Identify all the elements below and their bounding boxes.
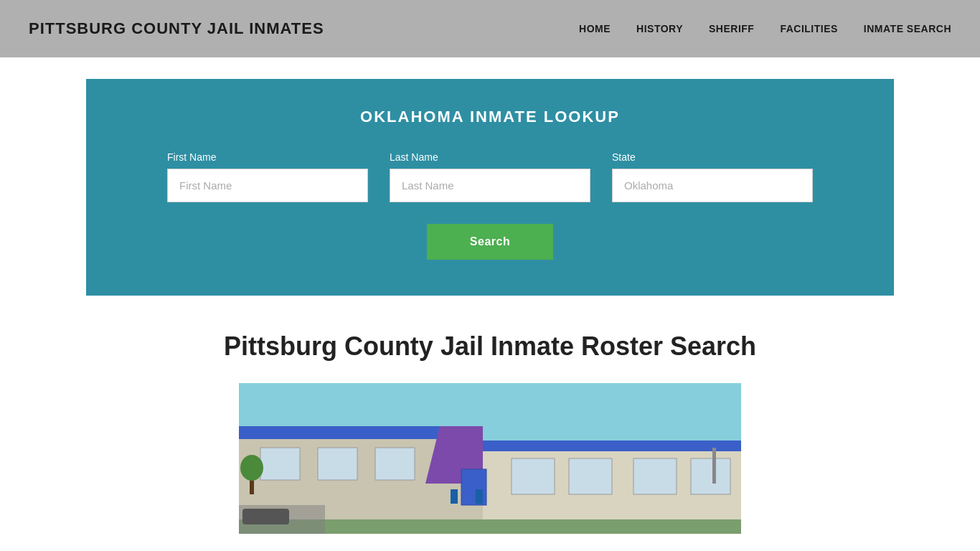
first-name-label: First Name [167, 151, 368, 163]
site-header: PITTSBURG COUNTY JAIL INMATES HOME HISTO… [0, 0, 980, 57]
nav-home[interactable]: HOME [579, 23, 611, 34]
state-group: State [612, 151, 813, 202]
search-panel: OKLAHOMA INMATE LOOKUP First Name Last N… [86, 79, 894, 296]
svg-rect-7 [260, 448, 300, 480]
nav-facilities[interactable]: FACILITIES [780, 23, 837, 34]
section-title: Pittsburg County Jail Inmate Roster Sear… [86, 331, 894, 362]
last-name-label: Last Name [390, 151, 590, 163]
last-name-input[interactable] [390, 169, 590, 202]
search-button[interactable]: Search [427, 224, 553, 260]
svg-rect-9 [375, 448, 415, 480]
search-panel-title: OKLAHOMA INMATE LOOKUP [129, 108, 851, 126]
nav-history[interactable]: HISTORY [636, 23, 683, 34]
first-name-input[interactable] [167, 169, 368, 202]
main-content: Pittsburg County Jail Inmate Roster Sear… [0, 296, 980, 551]
nav-sheriff[interactable]: SHERIFF [709, 23, 754, 34]
svg-rect-18 [476, 489, 483, 504]
search-fields: First Name Last Name State [129, 151, 851, 202]
search-button-row: Search [129, 224, 851, 260]
first-name-group: First Name [167, 151, 368, 202]
nav-inmate-search[interactable]: INMATE SEARCH [864, 23, 951, 34]
state-input[interactable] [612, 169, 813, 202]
svg-rect-13 [691, 458, 730, 494]
svg-rect-11 [569, 458, 612, 494]
main-nav: HOME HISTORY SHERIFF FACILITIES INMATE S… [579, 23, 951, 34]
svg-rect-6 [483, 441, 741, 451]
last-name-group: Last Name [390, 151, 590, 202]
svg-rect-12 [633, 458, 677, 494]
svg-rect-20 [242, 509, 289, 524]
state-label: State [612, 151, 813, 163]
building-image [239, 383, 741, 537]
svg-rect-21 [712, 448, 716, 484]
svg-rect-10 [512, 458, 555, 494]
svg-rect-8 [318, 448, 357, 480]
svg-point-16 [240, 455, 263, 481]
svg-rect-17 [451, 489, 458, 504]
site-title: PITTSBURG COUNTY JAIL INMATES [29, 19, 324, 38]
